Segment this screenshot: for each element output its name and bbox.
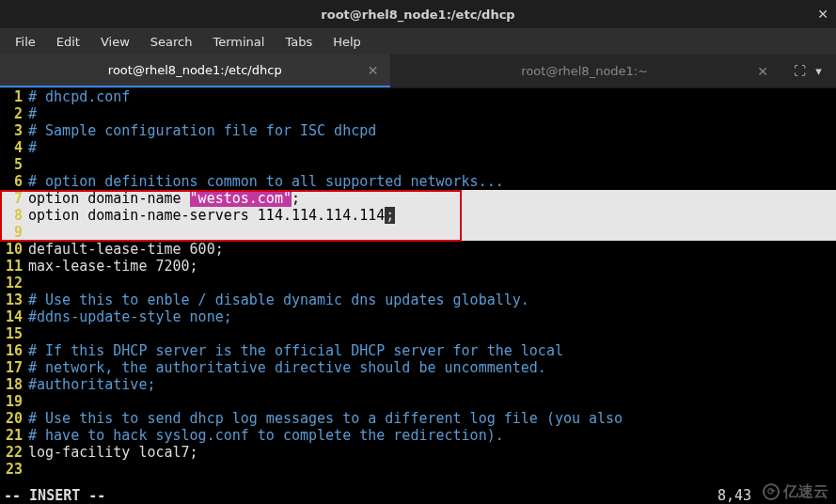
line-number: 11 — [0, 258, 28, 275]
editor-line: 10default-lease-time 600; — [0, 241, 836, 258]
line-content: # If this DHCP server is the official DH… — [28, 342, 836, 359]
line-content: #authoritative; — [28, 376, 836, 393]
editor-line: 7option domain-name "westos.com"; — [0, 190, 836, 207]
tab-active[interactable]: root@rhel8_node1:/etc/dhcp ✕ — [0, 55, 390, 87]
editor-line: 14#ddns-update-style none; — [0, 308, 836, 325]
line-content: default-lease-time 600; — [28, 241, 836, 258]
editor-line: 5 — [0, 156, 836, 173]
editor-line: 16# If this DHCP server is the official … — [0, 342, 836, 359]
line-content: # dhcpd.conf — [28, 88, 836, 105]
line-number: 23 — [0, 461, 28, 478]
tabbar: root@rhel8_node1:/etc/dhcp ✕ root@rhel8_… — [0, 55, 836, 88]
line-number: 1 — [0, 88, 28, 105]
titlebar: root@rhel8_node1:/etc/dhcp ✕ — [0, 0, 836, 28]
editor-line: 19 — [0, 393, 836, 410]
line-number: 19 — [0, 393, 28, 410]
menu-file[interactable]: File — [6, 31, 45, 53]
line-number: 22 — [0, 444, 28, 461]
editor-line: 23 — [0, 461, 836, 478]
editor-line: 9 — [0, 224, 836, 241]
line-content — [28, 224, 836, 241]
line-number: 6 — [0, 173, 28, 190]
line-number: 15 — [0, 325, 28, 342]
menu-terminal[interactable]: Terminal — [203, 31, 274, 53]
editor-line: 13# Use this to enble / disable dynamic … — [0, 291, 836, 308]
editor-line: 6# option definitions common to all supp… — [0, 173, 836, 190]
line-number: 18 — [0, 376, 28, 393]
menu-edit[interactable]: Edit — [47, 31, 89, 53]
line-content: # have to hack syslog.conf to complete t… — [28, 427, 836, 444]
window-close-icon[interactable]: ✕ — [817, 7, 828, 22]
tab-inactive[interactable]: root@rhel8_node1:~ ✕ — [390, 55, 781, 87]
line-number: 12 — [0, 275, 28, 291]
editor-line: 18#authoritative; — [0, 376, 836, 393]
menubar: File Edit View Search Terminal Tabs Help — [0, 28, 836, 55]
tab-active-label: root@rhel8_node1:/etc/dhcp — [108, 63, 282, 77]
menu-help[interactable]: Help — [323, 31, 371, 53]
editor-line: 15 — [0, 325, 836, 342]
tab-extra: ⛶ ▾ — [780, 55, 836, 87]
line-number: 16 — [0, 342, 28, 359]
line-number: 20 — [0, 410, 28, 427]
tab-inactive-close-icon[interactable]: ✕ — [757, 64, 768, 79]
editor-line: 2# — [0, 105, 836, 122]
line-number: 13 — [0, 291, 28, 308]
terminal-window: root@rhel8_node1:/etc/dhcp ✕ File Edit V… — [0, 0, 836, 504]
editor-line: 12 — [0, 275, 836, 291]
line-content: option domain-name-servers 114.114.114.1… — [28, 207, 836, 224]
line-number: 14 — [0, 308, 28, 325]
line-content: option domain-name "westos.com"; — [28, 190, 836, 207]
editor-line: 21# have to hack syslog.conf to complete… — [0, 427, 836, 444]
line-number: 17 — [0, 359, 28, 376]
line-content: # option definitions common to all suppo… — [28, 173, 836, 190]
menu-view[interactable]: View — [91, 31, 139, 53]
line-number: 5 — [0, 156, 28, 173]
editor-viewport[interactable]: 1# dhcpd.conf2#3# Sample configuration f… — [0, 88, 836, 504]
line-content: # — [28, 105, 836, 122]
line-number: 9 — [0, 224, 28, 241]
tab-dropdown-icon[interactable]: ▾ — [815, 64, 822, 78]
vim-statusbar: -- INSERT -- 8,43 — [0, 487, 836, 504]
line-number: 10 — [0, 241, 28, 258]
vim-cursor-position: 8,43 — [718, 487, 836, 504]
editor-line: 22log-facility local7; — [0, 444, 836, 461]
editor-line: 3# Sample configuration file for ISC dhc… — [0, 122, 836, 139]
window-title: root@rhel8_node1:/etc/dhcp — [321, 8, 514, 22]
menu-tabs[interactable]: Tabs — [276, 31, 322, 53]
tab-active-close-icon[interactable]: ✕ — [368, 63, 379, 78]
line-content — [28, 325, 836, 342]
line-content: #ddns-update-style none; — [28, 308, 836, 325]
editor-line: 1# dhcpd.conf — [0, 88, 836, 105]
line-content — [28, 461, 836, 478]
line-content: log-facility local7; — [28, 444, 836, 461]
line-content: max-lease-time 7200; — [28, 258, 836, 275]
line-content — [28, 393, 836, 410]
line-content: # network, the authoritative directive s… — [28, 359, 836, 376]
line-number: 21 — [0, 427, 28, 444]
line-number: 7 — [0, 190, 28, 207]
editor-line: 8option domain-name-servers 114.114.114.… — [0, 207, 836, 224]
line-number: 4 — [0, 139, 28, 156]
line-content: # — [28, 139, 836, 156]
menu-search[interactable]: Search — [141, 31, 202, 53]
editor-line: 4# — [0, 139, 836, 156]
line-content: # Use this to enble / disable dynamic dn… — [28, 291, 836, 308]
line-content — [28, 156, 836, 173]
fullscreen-icon[interactable]: ⛶ — [794, 64, 806, 78]
editor-line: 11max-lease-time 7200; — [0, 258, 836, 275]
line-content: # Sample configuration file for ISC dhcp… — [28, 122, 836, 139]
tab-inactive-label: root@rhel8_node1:~ — [521, 64, 648, 78]
line-content: # Use this to send dhcp log messages to … — [28, 410, 836, 427]
line-content — [28, 275, 836, 291]
editor-line: 20# Use this to send dhcp log messages t… — [0, 410, 836, 427]
line-number: 8 — [0, 207, 28, 224]
line-number: 3 — [0, 122, 28, 139]
editor-line: 17# network, the authoritative directive… — [0, 359, 836, 376]
line-number: 2 — [0, 105, 28, 122]
vim-mode: -- INSERT -- — [0, 487, 105, 504]
